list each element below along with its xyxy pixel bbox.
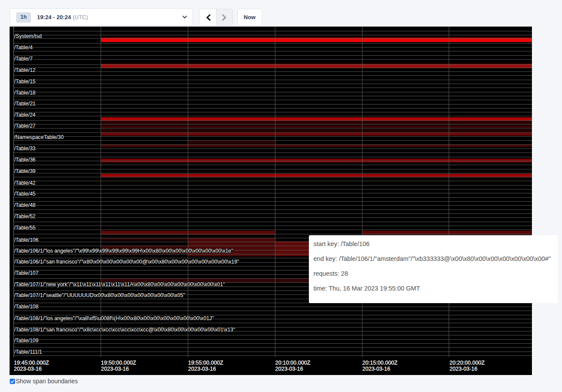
svg-text:19:50:00.000Z: 19:50:00.000Z (101, 360, 136, 366)
svg-text:2023-03-16: 2023-03-16 (275, 366, 303, 372)
svg-text:/Table/55: /Table/55 (14, 225, 36, 231)
svg-text:/Table/52: /Table/52 (14, 213, 36, 220)
svg-text:/Table/106/1/"san francisco"/": /Table/106/1/"san francisco"/"\x80\x00\x… (14, 259, 239, 265)
svg-text:/Table/39: /Table/39 (14, 168, 36, 174)
svg-text:/Table/107/1/"seattle"/"UUUUUU: /Table/107/1/"seattle"/"UUUUUUD\x00\x80\… (14, 292, 185, 298)
svg-text:2023-03-16: 2023-03-16 (101, 366, 129, 372)
svg-text:/Table/108: /Table/108 (14, 304, 39, 310)
svg-text:/Table/18: /Table/18 (14, 90, 36, 96)
svg-text:/Table/106: /Table/106 (14, 237, 39, 243)
svg-text:/Table/42: /Table/42 (14, 180, 36, 186)
svg-text:/NamespaceTable/30: /NamespaceTable/30 (14, 134, 64, 140)
svg-text:/Table/108/1/"san francisco"/": /Table/108/1/"san francisco"/"\x8c\xcc\x… (14, 327, 235, 333)
svg-text:20:20:00.000Z: 20:20:00.000Z (450, 360, 485, 366)
svg-text:2023-03-16: 2023-03-16 (14, 366, 42, 372)
svg-text:/Table/107: /Table/107 (14, 270, 39, 276)
svg-text:2023-03-16: 2023-03-16 (188, 366, 216, 372)
svg-text:/System/tsd: /System/tsd (14, 33, 42, 39)
svg-text:/Table/107/1/"new york"/"\x11\: /Table/107/1/"new york"/"\x11\x11\x11\x1… (14, 281, 225, 287)
svg-text:2023-03-16: 2023-03-16 (450, 366, 477, 372)
svg-text:20:15:00.000Z: 20:15:00.000Z (362, 360, 398, 366)
svg-text:19:55:00.000Z: 19:55:00.000Z (188, 360, 223, 366)
svg-text:/Table/15: /Table/15 (14, 78, 36, 84)
svg-text:/Table/33: /Table/33 (14, 145, 36, 152)
svg-text:/Table/106/1/"los angeles"/"\x: /Table/106/1/"los angeles"/"\x99\x99\x99… (14, 248, 234, 254)
svg-text:/Table/7: /Table/7 (14, 56, 33, 62)
svg-text:/Table/36: /Table/36 (14, 157, 36, 163)
svg-text:19:45:00.000Z: 19:45:00.000Z (14, 360, 49, 366)
svg-text:/Table/12: /Table/12 (14, 67, 36, 73)
svg-text:/Table/109: /Table/109 (14, 338, 39, 344)
svg-text:/Table/27: /Table/27 (14, 123, 36, 129)
svg-text:/Table/48: /Table/48 (14, 202, 36, 208)
svg-text:/Table/24: /Table/24 (14, 112, 36, 118)
svg-text:2023-03-16: 2023-03-16 (362, 366, 390, 372)
svg-text:/Table/45: /Table/45 (14, 191, 36, 197)
svg-text:20:10:00.000Z: 20:10:00.000Z (275, 360, 311, 366)
svg-text:/Table/21: /Table/21 (14, 101, 36, 107)
svg-text:/Table/111/1: /Table/111/1 (14, 349, 42, 355)
svg-text:/Table/4: /Table/4 (14, 44, 33, 51)
svg-text:/Table/108/1/"los angeles"/"\x: /Table/108/1/"los angeles"/"\xa8\xf5\u00… (14, 315, 214, 321)
